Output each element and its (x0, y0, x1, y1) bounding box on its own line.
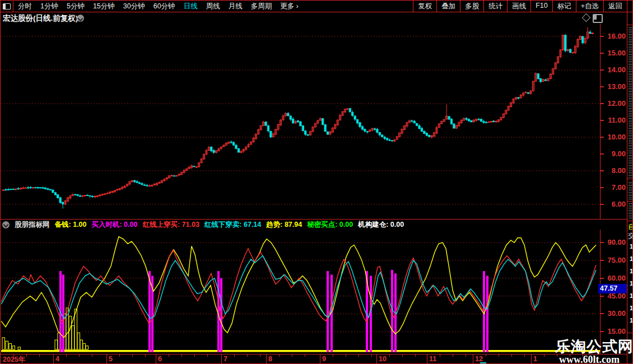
minor-tick (13, 354, 14, 357)
axis-tick (601, 36, 604, 37)
candle-body (493, 121, 495, 122)
minor-tick (132, 354, 133, 357)
month-separator (531, 354, 532, 363)
minor-tick (26, 354, 27, 357)
candle-body (17, 189, 19, 189)
tab-分时[interactable]: 分时 (18, 2, 32, 11)
minor-tick (524, 354, 525, 357)
strip-texture (629, 202, 632, 219)
candle-body (544, 80, 546, 81)
signal-bar (327, 271, 329, 352)
candle-body (354, 116, 356, 119)
tab-5分钟[interactable]: 5分钟 (67, 2, 85, 11)
candle-body (193, 166, 195, 167)
candle-body (359, 123, 361, 127)
candle-body (45, 188, 46, 189)
histogram-bar (9, 343, 12, 349)
strip-divider (627, 179, 633, 179)
histogram-bar (18, 347, 21, 349)
pane-toggle-icon[interactable] (593, 14, 603, 23)
candle-body (84, 195, 86, 196)
candle-body (92, 197, 94, 197)
tab-更多 ›[interactable]: 更多 › (280, 2, 299, 11)
down-candles (5, 30, 591, 208)
minor-tick (440, 354, 440, 357)
minor-tick (181, 354, 182, 357)
price-label: 8.00 (612, 166, 626, 175)
title-bar: 宏达股份(日线.前复权) (1, 12, 627, 24)
indicator-value-label: 90.00 (607, 238, 626, 246)
period-tabs: 分时1分钟5分钟15分钟30分钟60分钟日线周线月线多周期更多 › (1, 1, 299, 12)
title-dropdown-icon[interactable] (77, 15, 84, 22)
minor-tick (333, 354, 333, 357)
strip-divider (627, 333, 633, 333)
candle-body (429, 136, 430, 137)
indicator-chart[interactable] (1, 230, 601, 354)
indicator-collapse-icon[interactable] (2, 221, 10, 228)
candle-body (307, 135, 309, 136)
candle-body (374, 129, 375, 129)
button-画线[interactable]: 画线 (507, 1, 530, 12)
candle-body (146, 185, 148, 186)
button-多股[interactable]: 多股 (460, 1, 483, 12)
button-统计[interactable]: 统计 (483, 1, 507, 12)
button-叠加[interactable]: 叠加 (436, 1, 460, 12)
minor-tick (292, 354, 292, 357)
candlestick-chart[interactable] (1, 24, 601, 219)
candle-body (176, 176, 178, 176)
top-toolbar: 分时1分钟5分钟15分钟30分钟60分钟日线周线月线多周期更多 › 复权叠加多股… (1, 1, 633, 12)
candle-body (540, 78, 542, 81)
tab-15分钟[interactable]: 15分钟 (93, 2, 115, 11)
diamond-icon[interactable] (582, 13, 591, 22)
candle-body (35, 188, 36, 188)
indicator-param: 趋势: 87.94 (266, 221, 302, 228)
candle-body (5, 189, 7, 190)
tab-日线[interactable]: 日线 (184, 2, 198, 11)
axis-tick (601, 69, 604, 71)
tab-周线[interactable]: 周线 (206, 2, 220, 11)
tab-月线[interactable]: 月线 (229, 2, 243, 11)
baseline-band (1, 350, 600, 352)
month-separator (427, 354, 427, 363)
candle-body (42, 188, 44, 188)
tab-多周期[interactable]: 多周期 (251, 2, 272, 11)
axis-tick (601, 170, 604, 171)
button-返回[interactable]: 返回 (603, 1, 627, 12)
strip-glyph: 自 (628, 223, 633, 231)
candle-body (211, 147, 212, 151)
right-side-strip[interactable]: 自 交 1111111 (627, 1, 633, 364)
indicator-params: 备钱: 1.00买入时机: 0.00红线上穿买: 71.03红线下穿卖: 67.… (55, 220, 409, 230)
candle-body (379, 132, 380, 134)
button-复权[interactable]: 复权 (413, 1, 436, 12)
button-+自选[interactable]: +自选 (576, 1, 603, 12)
candle-body (134, 180, 136, 181)
candle-body (327, 132, 328, 134)
price-axis: 16.0015.0014.0013.0012.0011.0010.009.008… (601, 24, 627, 219)
tab-30分钟[interactable]: 30分钟 (123, 2, 145, 11)
candle-body (52, 190, 54, 192)
minor-tick (371, 354, 372, 357)
tab-60分钟[interactable]: 60分钟 (153, 2, 175, 11)
candle-body (54, 193, 56, 195)
button-标记[interactable]: 标记 (552, 1, 576, 12)
histogram-bar (72, 326, 75, 349)
watermark-url: www.60lt.com (559, 354, 620, 364)
month-separator (156, 354, 156, 363)
axis-tick (601, 296, 604, 297)
histogram-bar (86, 346, 89, 349)
candle-body (12, 189, 14, 189)
candle-body (141, 184, 143, 185)
price-label: 16.00 (607, 32, 626, 40)
candle-body (171, 175, 173, 176)
button-F10[interactable]: F10 (530, 1, 552, 12)
strip-divider (627, 25, 633, 25)
candle-body (267, 126, 269, 131)
axis-tick (601, 103, 604, 104)
candle-body (25, 188, 26, 188)
minor-tick (305, 354, 305, 357)
indicator-name: 股朋指标网 (15, 220, 50, 230)
candle-body (450, 119, 452, 124)
histogram-bar (55, 340, 58, 349)
tab-1分钟[interactable]: 1分钟 (40, 2, 58, 11)
window-layout-button[interactable] (1, 1, 13, 12)
